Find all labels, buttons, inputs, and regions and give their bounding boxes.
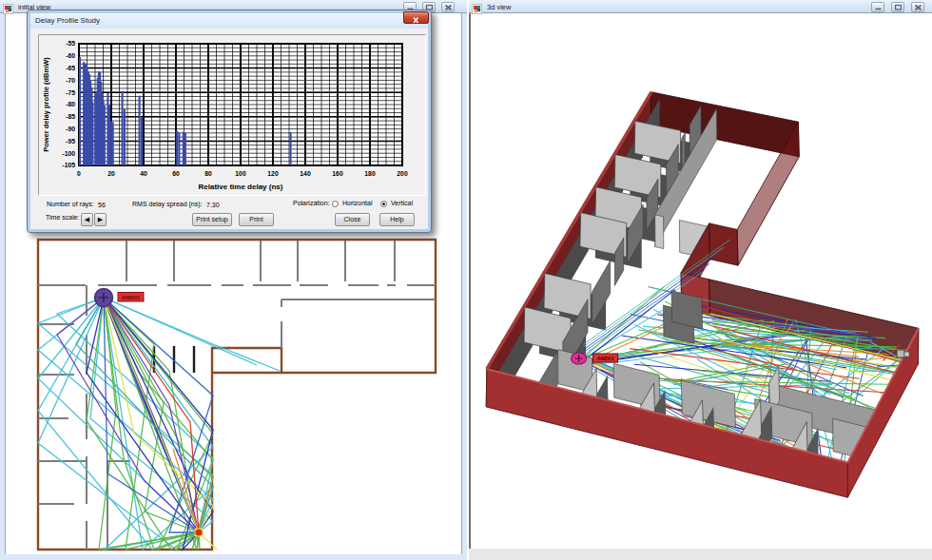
svg-text:Power delay profile (dBmW): Power delay profile (dBmW) — [42, 57, 50, 152]
svg-text:40: 40 — [140, 170, 147, 177]
svg-text:140: 140 — [300, 170, 311, 177]
svg-text:AND01: AND01 — [122, 295, 141, 300]
svg-text:120: 120 — [267, 170, 279, 177]
svg-text:100: 100 — [235, 170, 246, 177]
svg-text:20: 20 — [107, 170, 115, 177]
svg-text:180: 180 — [364, 170, 376, 177]
svg-text:200: 200 — [397, 170, 408, 177]
svg-text:-95: -95 — [66, 138, 75, 145]
svg-text:160: 160 — [332, 170, 343, 177]
svg-text:-60: -60 — [66, 52, 75, 59]
svg-text:60: 60 — [172, 170, 180, 177]
svg-text:Relative time delay (ns): Relative time delay (ns) — [199, 183, 283, 191]
svg-text:-70: -70 — [66, 77, 75, 84]
svg-text:-90: -90 — [66, 126, 75, 132]
svg-text:-100: -100 — [62, 150, 75, 157]
svg-text:AND01: AND01 — [596, 356, 613, 361]
svg-text:-65: -65 — [66, 65, 75, 71]
svg-text:0: 0 — [77, 170, 81, 177]
svg-text:-80: -80 — [66, 101, 75, 107]
svg-text:80: 80 — [204, 170, 212, 177]
svg-text:-55: -55 — [66, 40, 75, 47]
svg-text:-75: -75 — [66, 89, 75, 96]
svg-text:-105: -105 — [62, 162, 75, 168]
svg-text:-85: -85 — [66, 113, 75, 120]
